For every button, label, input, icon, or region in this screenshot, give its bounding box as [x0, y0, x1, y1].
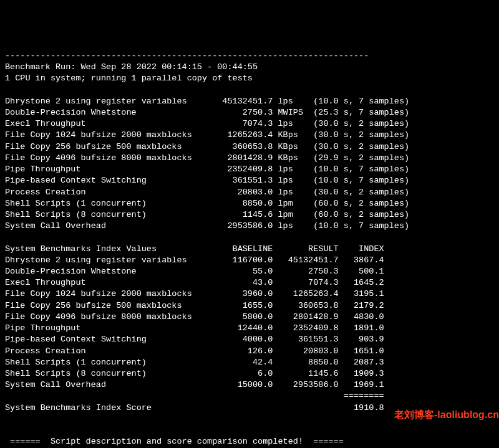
terminal-output: ----------------------------------------… — [5, 50, 494, 448]
